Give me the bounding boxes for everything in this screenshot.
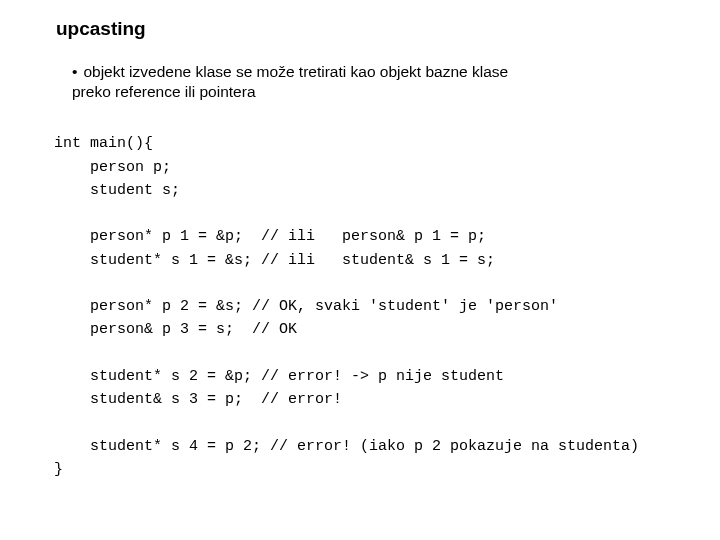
bullet-block: • objekt izvedene klase se može tretirat… <box>72 62 680 102</box>
bullet-text-2: preko reference ili pointera <box>72 82 680 102</box>
bullet-text-1: objekt izvedene klase se može tretirati … <box>83 62 508 82</box>
code-block: int main(){ person p; student s; person*… <box>54 132 680 481</box>
code-line: person& p 3 = s; // OK <box>54 321 297 338</box>
code-line: person* p 2 = &s; // OK, svaki 'student'… <box>54 298 558 315</box>
slide: upcasting • objekt izvedene klase se mož… <box>0 0 720 481</box>
code-line: student* s 4 = p 2; // error! (iako p 2 … <box>54 438 639 455</box>
code-line: } <box>54 461 63 478</box>
code-line: int main(){ <box>54 135 153 152</box>
code-line: student* s 2 = &p; // error! -> p nije s… <box>54 368 504 385</box>
code-line: student* s 1 = &s; // ili student& s 1 =… <box>54 252 495 269</box>
code-line: student s; <box>54 182 180 199</box>
bullet-dot: • <box>72 62 77 82</box>
code-line: person* p 1 = &p; // ili person& p 1 = p… <box>54 228 486 245</box>
slide-title: upcasting <box>56 18 680 40</box>
code-line: student& s 3 = p; // error! <box>54 391 342 408</box>
bullet-line-1: • objekt izvedene klase se može tretirat… <box>72 62 680 82</box>
code-line: person p; <box>54 159 171 176</box>
